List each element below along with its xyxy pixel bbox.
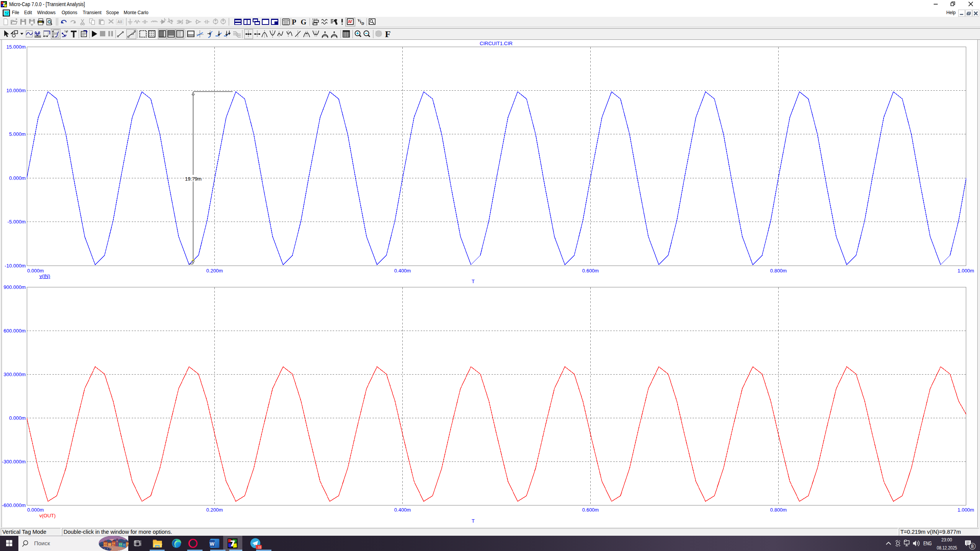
svg-text:Поиск: Поиск bbox=[34, 540, 50, 546]
svg-text:..11: ..11 bbox=[256, 545, 261, 549]
svg-text:All: All bbox=[118, 20, 122, 24]
svg-text:23:00: 23:00 bbox=[941, 537, 952, 543]
svg-text:-600.000m: -600.000m bbox=[2, 502, 26, 508]
svg-text:900.000m: 900.000m bbox=[3, 284, 26, 290]
svg-text:5.000m: 5.000m bbox=[9, 131, 26, 137]
svg-text:-10.000m: -10.000m bbox=[5, 263, 26, 269]
svg-text:0.800m: 0.800m bbox=[770, 507, 787, 513]
svg-text:0.400m: 0.400m bbox=[394, 268, 411, 274]
svg-text:08.12.2025: 08.12.2025 bbox=[937, 545, 957, 551]
svg-text:P: P bbox=[292, 18, 296, 26]
svg-text:0.000m: 0.000m bbox=[27, 507, 44, 513]
svg-text:8: 8 bbox=[971, 544, 974, 549]
svg-text:-300.000m: -300.000m bbox=[2, 459, 26, 465]
svg-text:0.200m: 0.200m bbox=[206, 507, 223, 513]
svg-text:0.800m: 0.800m bbox=[770, 268, 787, 274]
svg-text:600.000m: 600.000m bbox=[3, 328, 26, 334]
svg-text:v(IN): v(IN) bbox=[39, 273, 50, 279]
svg-text:10.000m: 10.000m bbox=[6, 88, 26, 93]
svg-text:T: T bbox=[472, 279, 475, 284]
svg-text:15.000m: 15.000m bbox=[6, 44, 26, 50]
svg-text:10: 10 bbox=[54, 32, 57, 35]
svg-text:T: T bbox=[472, 518, 475, 524]
svg-text:1.000m: 1.000m bbox=[957, 268, 974, 274]
svg-text:0.000m: 0.000m bbox=[9, 175, 26, 181]
svg-text:0.000m: 0.000m bbox=[27, 268, 44, 274]
svg-text:1.000m: 1.000m bbox=[957, 507, 974, 513]
svg-text:0.400m: 0.400m bbox=[394, 507, 411, 513]
svg-text:0.600m: 0.600m bbox=[582, 268, 599, 274]
svg-text:F: F bbox=[385, 29, 391, 39]
svg-text:D: D bbox=[361, 21, 364, 26]
svg-text:G: G bbox=[301, 18, 307, 26]
svg-text:0.600m: 0.600m bbox=[582, 507, 599, 513]
svg-text:W: W bbox=[210, 541, 215, 547]
svg-text:v(OUT): v(OUT) bbox=[39, 513, 56, 518]
svg-text:CIRCUIT1.CIR: CIRCUIT1.CIR bbox=[480, 41, 513, 46]
svg-text:0.200m: 0.200m bbox=[206, 268, 223, 274]
svg-text:19.79m: 19.79m bbox=[185, 176, 201, 182]
svg-text:ENG: ENG bbox=[923, 540, 932, 546]
svg-text:300.000m: 300.000m bbox=[3, 372, 26, 377]
svg-text:0.000m: 0.000m bbox=[9, 415, 26, 421]
svg-text:-5.000m: -5.000m bbox=[7, 219, 26, 225]
